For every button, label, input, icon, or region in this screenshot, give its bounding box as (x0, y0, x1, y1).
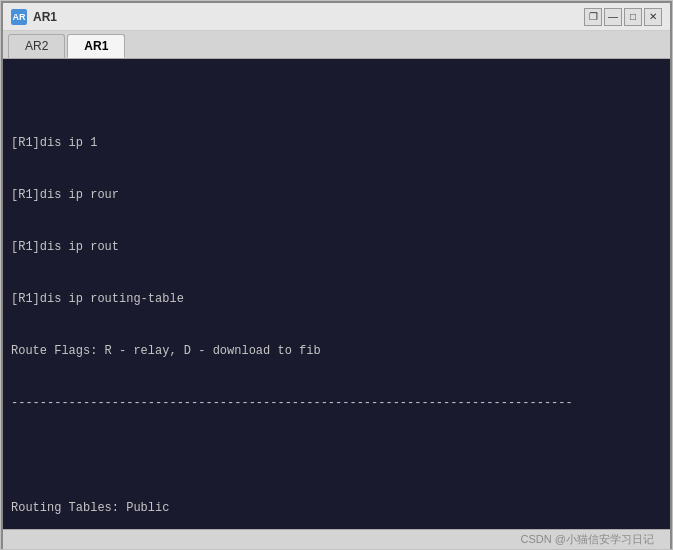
maximize-btn[interactable]: □ (624, 8, 642, 26)
restore-btn[interactable]: ❐ (584, 8, 602, 26)
minimize-btn[interactable]: — (604, 8, 622, 26)
line-5: Route Flags: R - relay, D - download to … (11, 343, 662, 360)
status-bar: CSDN @小猫信安学习日记 (3, 529, 670, 549)
line-6: ----------------------------------------… (11, 395, 662, 412)
terminal-content: [R1]dis ip 1 [R1]dis ip rour [R1]dis ip … (7, 98, 666, 529)
tab-AR2[interactable]: AR2 (8, 34, 65, 58)
tab-AR1[interactable]: AR1 (67, 34, 125, 58)
watermark-text: CSDN @小猫信安学习日记 (513, 530, 662, 549)
line-8: Routing Tables: Public (11, 500, 662, 517)
line-2: [R1]dis ip rour (11, 187, 662, 204)
close-btn[interactable]: ✕ (644, 8, 662, 26)
line-3: [R1]dis ip rout (11, 239, 662, 256)
app-icon: AR (11, 9, 27, 25)
line-4: [R1]dis ip routing-table (11, 291, 662, 308)
title-controls: ❐ — □ ✕ (584, 8, 662, 26)
tab-bar: AR2 AR1 (3, 31, 670, 59)
line-1: [R1]dis ip 1 (11, 135, 662, 152)
title-bar: AR AR1 ❐ — □ ✕ (3, 3, 670, 31)
window-title: AR1 (33, 10, 57, 24)
terminal-area[interactable]: [R1]dis ip 1 [R1]dis ip rour [R1]dis ip … (3, 59, 670, 529)
line-7 (11, 448, 662, 465)
title-bar-left: AR AR1 (11, 9, 57, 25)
main-window: AR AR1 ❐ — □ ✕ AR2 AR1 [R1]dis ip 1 [R1]… (1, 1, 672, 549)
